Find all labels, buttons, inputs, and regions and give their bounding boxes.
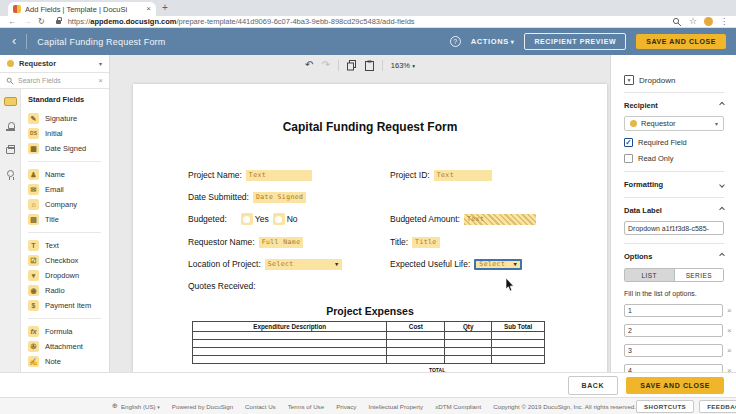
- payment-icon: $: [28, 300, 39, 311]
- field-item-radio[interactable]: ◉Radio: [28, 283, 109, 298]
- option-input-3[interactable]: [624, 344, 723, 357]
- stamps-tab-icon[interactable]: [6, 122, 15, 131]
- browser-back-icon[interactable]: ←: [8, 18, 16, 26]
- project-id-label: Project ID:: [390, 170, 430, 180]
- shortcuts-button[interactable]: SHORTCUTS: [636, 400, 694, 413]
- read-only-checkbox[interactable]: [624, 154, 633, 163]
- useful-life-dropdown-field-selected[interactable]: Select▼: [474, 259, 522, 270]
- url-field[interactable]: https://appdemo.docusign.com/prepare-tem…: [68, 17, 665, 26]
- chevron-down-icon: ▾: [99, 60, 102, 67]
- clear-search-icon[interactable]: ×: [98, 76, 103, 85]
- chevron-up-icon: [719, 252, 725, 258]
- field-item-email[interactable]: ✉Email: [28, 182, 109, 197]
- save-and-close-button-bottom[interactable]: SAVE AND CLOSE: [626, 377, 724, 394]
- option-input-2[interactable]: [624, 324, 723, 337]
- title-field[interactable]: Title: [412, 237, 440, 248]
- field-item-signature[interactable]: ✎Signature: [28, 111, 109, 126]
- actions-menu[interactable]: ACTIONS▾: [471, 37, 515, 46]
- browser-refresh-icon[interactable]: ↻: [38, 18, 45, 26]
- formula-icon: fx: [28, 326, 39, 337]
- project-name-field[interactable]: Text: [246, 170, 312, 181]
- zoom-lens-icon[interactable]: [672, 17, 682, 27]
- field-item-checkbox[interactable]: ☑Checkbox: [28, 253, 109, 268]
- standard-fields-tab-icon[interactable]: [4, 97, 17, 106]
- document-toolbar: ↶ ↷ 163% ▾: [110, 55, 610, 75]
- field-item-company[interactable]: ⌂Company: [28, 197, 109, 212]
- seals-tab-icon[interactable]: [7, 170, 14, 177]
- field-item-date-signed[interactable]: ▦Date Signed: [28, 141, 109, 156]
- options-section-header[interactable]: Options: [624, 252, 724, 261]
- browser-menu-icon[interactable]: ⋮: [720, 18, 728, 26]
- field-item-name[interactable]: ♟Name: [28, 167, 109, 182]
- back-button[interactable]: BACK: [568, 376, 619, 395]
- formatting-section-header[interactable]: Formatting: [624, 180, 724, 189]
- remove-option-icon[interactable]: ×: [727, 326, 732, 335]
- header-back-icon[interactable]: ‹: [0, 33, 26, 50]
- footer-link-ip[interactable]: Intellectual Property: [368, 403, 423, 410]
- recipient-selector[interactable]: Requestor ▾: [0, 55, 109, 73]
- option-row-1: ×: [624, 304, 724, 317]
- fields-list: Standard Fields ✎Signature DSInitial ▦Da…: [21, 89, 109, 372]
- footer-link-terms[interactable]: Terms of Use: [288, 403, 324, 410]
- read-only-row[interactable]: Read Only: [624, 154, 724, 163]
- chevron-down-icon: [719, 182, 725, 188]
- project-id-field[interactable]: Text: [434, 170, 492, 181]
- paste-icon[interactable]: [365, 60, 374, 71]
- field-item-dropdown[interactable]: ▾Dropdown: [28, 268, 109, 283]
- data-label-input[interactable]: [624, 221, 724, 235]
- dropdown-icon: ▾: [28, 270, 39, 281]
- panel-divider: [624, 243, 724, 244]
- footer-copyright: Copyright © 2019 DocuSign, Inc. All righ…: [493, 403, 636, 410]
- field-item-note[interactable]: ✍Note: [28, 354, 109, 369]
- full-name-field[interactable]: Full Name: [259, 237, 304, 248]
- undo-icon[interactable]: ↶: [305, 60, 313, 70]
- new-tab-button[interactable]: +: [162, 2, 168, 13]
- redo-icon[interactable]: ↷: [321, 60, 329, 70]
- budgeted-yes-radio[interactable]: [241, 213, 253, 225]
- data-label-section-header[interactable]: Data Label: [624, 206, 724, 215]
- browser-tab[interactable]: Add Fields | Template | DocuSi ×: [8, 2, 156, 16]
- budgeted-amount-field[interactable]: Text: [464, 214, 536, 225]
- field-item-initial[interactable]: DSInitial: [28, 126, 109, 141]
- location-dropdown-field[interactable]: Select▼: [265, 259, 342, 270]
- help-icon[interactable]: ?: [450, 36, 461, 47]
- budgeted-label: Budgeted:: [188, 214, 227, 224]
- field-item-title[interactable]: ▤Title: [28, 212, 109, 227]
- required-field-row[interactable]: ✓ Required Field: [624, 138, 724, 147]
- footer-link-powered-by[interactable]: Powered by DocuSign: [172, 403, 233, 410]
- budgeted-no-radio[interactable]: [273, 213, 285, 225]
- field-item-attachment[interactable]: ✇Attachment: [28, 339, 109, 354]
- remove-option-icon[interactable]: ×: [727, 346, 732, 355]
- tab-list[interactable]: LIST: [625, 269, 674, 281]
- location-label: Location of Project:: [188, 259, 261, 269]
- bookmark-star-icon[interactable]: ☆: [689, 17, 697, 26]
- recipient-section-header[interactable]: Recipient: [624, 101, 724, 110]
- search-fields-input[interactable]: [18, 77, 94, 84]
- browser-forward-icon[interactable]: →: [23, 18, 31, 26]
- footer-link-xdtm[interactable]: xDTM Compliant: [435, 403, 481, 410]
- feedback-button[interactable]: FEEDBACK: [699, 400, 736, 413]
- remove-option-icon[interactable]: ×: [727, 306, 732, 315]
- date-signed-field[interactable]: Date Signed: [253, 192, 306, 203]
- browser-avatar[interactable]: [704, 17, 713, 26]
- panel-recipient-select[interactable]: Requestor ▾: [624, 116, 724, 131]
- footer-link-privacy[interactable]: Privacy: [336, 403, 356, 410]
- field-item-payment[interactable]: $Payment Item: [28, 298, 109, 313]
- language-selector[interactable]: English (US) ▾: [121, 403, 160, 410]
- save-and-close-button[interactable]: SAVE AND CLOSE: [636, 34, 726, 49]
- group-divider: [28, 161, 101, 162]
- tab-series[interactable]: SERIES: [674, 269, 724, 281]
- field-item-formula[interactable]: fxFormula: [28, 324, 109, 339]
- merge-fields-tab-icon[interactable]: [6, 147, 15, 154]
- page-footer: ⊕ English (US) ▾ Powered by DocuSign Con…: [0, 397, 736, 414]
- document-title: Capital Funding Request Form: [133, 120, 607, 134]
- required-field-checkbox[interactable]: ✓: [624, 138, 633, 147]
- yes-label: Yes: [255, 214, 269, 224]
- field-item-text[interactable]: TText: [28, 238, 109, 253]
- copy-icon[interactable]: [347, 60, 357, 71]
- option-input-1[interactable]: [624, 304, 723, 317]
- tab-close-icon[interactable]: ×: [146, 5, 151, 13]
- recipient-preview-button[interactable]: RECIPIENT PREVIEW: [524, 33, 626, 50]
- zoom-level[interactable]: 163% ▾: [391, 61, 415, 70]
- footer-link-contact-us[interactable]: Contact Us: [245, 403, 276, 410]
